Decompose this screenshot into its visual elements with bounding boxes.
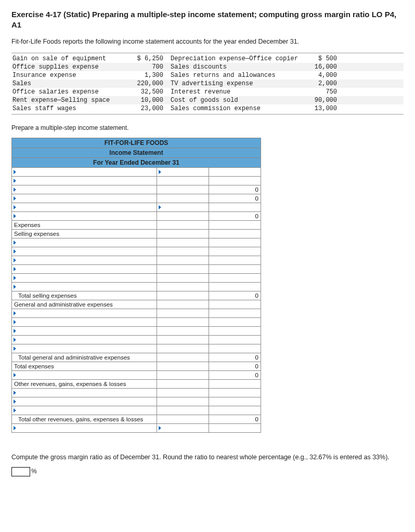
input-cell[interactable] xyxy=(157,388,209,397)
dropdown-cell[interactable] xyxy=(12,167,157,176)
dropdown-cell[interactable] xyxy=(12,238,157,247)
acct-amt: 2,000 xyxy=(301,80,337,87)
label-expenses: Expenses xyxy=(12,220,157,229)
ws-header-company: FIT-FOR-LIFE FOODS xyxy=(12,138,261,148)
percent-label: % xyxy=(31,468,37,475)
exercise-title: Exercise 4-17 (Static) Preparing a multi… xyxy=(11,9,404,31)
acct-amt: 1,300 xyxy=(122,72,171,79)
label-other: Other revenues, gains, expenses & losses xyxy=(12,379,157,388)
prepare-text: Prepare a multiple-step income statement… xyxy=(11,124,404,131)
input-cell[interactable] xyxy=(157,176,209,185)
intro-text: Fit-for-Life Foods reports the following… xyxy=(11,38,404,45)
acct-amt: 700 xyxy=(122,63,171,71)
dropdown-cell[interactable] xyxy=(12,176,157,185)
dropdown-cell[interactable] xyxy=(12,388,157,397)
gross-margin-input[interactable] xyxy=(11,467,30,476)
input-cell[interactable] xyxy=(157,185,209,194)
acct-name: Rent expense—Selling space xyxy=(12,97,122,104)
acct-amt: $ 6,250 xyxy=(122,55,171,62)
acct-name: Office supplies expense xyxy=(12,63,122,71)
acct-name: Sales xyxy=(12,80,122,87)
input-cell[interactable] xyxy=(157,406,209,415)
acct-name: Sales returns and allowances xyxy=(171,72,301,79)
label-total-selling: Total selling expenses xyxy=(12,291,157,300)
income-statement-worksheet: FIT-FOR-LIFE FOODS Income Statement For … xyxy=(11,138,261,433)
input-cell[interactable] xyxy=(209,203,261,211)
input-cell[interactable] xyxy=(157,211,209,220)
dropdown-cell[interactable] xyxy=(12,211,157,220)
dropdown-cell[interactable] xyxy=(12,317,157,326)
input-cell[interactable] xyxy=(157,397,209,406)
dropdown-cell[interactable] xyxy=(12,335,157,344)
input-cell[interactable] xyxy=(157,344,209,353)
acct-amt: 10,000 xyxy=(122,97,171,104)
dropdown-cell[interactable] xyxy=(12,397,157,406)
dropdown-cell[interactable] xyxy=(12,203,157,211)
acct-name: Sales staff wages xyxy=(12,105,122,112)
dropdown-cell[interactable] xyxy=(12,406,157,415)
dropdown-cell[interactable] xyxy=(12,273,157,282)
label-selling-expenses: Selling expenses xyxy=(12,229,157,238)
calc-cell: 0 xyxy=(209,185,261,194)
input-cell[interactable] xyxy=(157,309,209,317)
input-cell[interactable] xyxy=(157,335,209,344)
acct-amt: $ 500 xyxy=(301,55,337,62)
input-cell[interactable] xyxy=(157,167,209,176)
calc-cell: 0 xyxy=(209,370,261,379)
input-cell[interactable] xyxy=(157,264,209,273)
acct-name: TV advertising expense xyxy=(171,80,301,87)
calc-cell: 0 xyxy=(209,353,261,362)
dropdown-cell[interactable] xyxy=(12,185,157,194)
acct-name: Sales discounts xyxy=(171,63,301,71)
input-cell[interactable] xyxy=(157,194,209,203)
input-cell[interactable] xyxy=(157,282,209,291)
acct-amt: 90,000 xyxy=(301,97,337,104)
calc-cell: 0 xyxy=(209,291,261,300)
input-cell[interactable] xyxy=(157,273,209,282)
calc-cell: 0 xyxy=(209,362,261,370)
ws-header-title: Income Statement xyxy=(12,148,261,157)
input-cell[interactable] xyxy=(157,247,209,256)
dropdown-cell[interactable] xyxy=(12,370,157,379)
dropdown-cell[interactable] xyxy=(12,326,157,335)
acct-amt: 23,000 xyxy=(122,105,171,112)
calc-cell: 0 xyxy=(209,415,261,423)
dropdown-cell[interactable] xyxy=(12,247,157,256)
gross-margin-question: Compute the gross margin ratio as of Dec… xyxy=(11,454,404,461)
calc-cell: 0 xyxy=(209,211,261,220)
dropdown-cell[interactable] xyxy=(12,264,157,273)
input-cell[interactable] xyxy=(209,167,261,176)
acct-amt: 32,500 xyxy=(122,88,171,96)
acct-name: Office salaries expense xyxy=(12,88,122,96)
acct-name: Sales commission expense xyxy=(171,105,301,112)
acct-amt: 220,000 xyxy=(122,80,171,87)
dropdown-cell[interactable] xyxy=(12,256,157,264)
acct-name: Insurance expense xyxy=(12,72,122,79)
acct-name: Gain on sale of equipment xyxy=(12,55,122,62)
input-cell[interactable] xyxy=(157,256,209,264)
dropdown-cell[interactable] xyxy=(12,423,157,432)
input-cell[interactable] xyxy=(157,326,209,335)
input-cell[interactable] xyxy=(157,238,209,247)
acct-name: Interest revenue xyxy=(171,88,301,96)
input-cell[interactable] xyxy=(209,176,261,185)
ws-header-period: For Year Ended December 31 xyxy=(12,157,261,167)
dropdown-cell[interactable] xyxy=(12,282,157,291)
dropdown-cell[interactable] xyxy=(12,309,157,317)
dropdown-cell[interactable] xyxy=(12,194,157,203)
acct-amt: 13,000 xyxy=(301,105,337,112)
input-cell[interactable] xyxy=(157,423,209,432)
acct-amt: 16,000 xyxy=(301,63,337,71)
acct-amt: 4,000 xyxy=(301,72,337,79)
acct-amt: 750 xyxy=(301,88,337,96)
input-cell[interactable] xyxy=(157,317,209,326)
calc-cell: 0 xyxy=(209,194,261,203)
input-cell[interactable] xyxy=(209,423,261,432)
label-total-expenses: Total expenses xyxy=(12,362,157,370)
dropdown-cell[interactable] xyxy=(12,344,157,353)
input-cell[interactable] xyxy=(157,203,209,211)
acct-name: Cost of goods sold xyxy=(171,97,301,104)
label-total-other: Total other revenues, gains, expenses & … xyxy=(12,415,157,423)
label-total-ga: Total general and administrative expense… xyxy=(12,353,157,362)
acct-name: Depreciation expense—Office copier xyxy=(171,55,301,62)
